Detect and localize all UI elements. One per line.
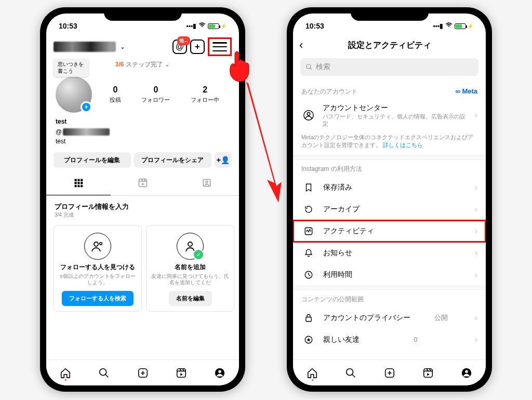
steps-fraction: 3/6 [115,61,124,68]
settings-header: ‹ 設定とアクティビティ [293,34,486,56]
search-icon [345,367,356,379]
onboarding-cards: フォローする人を見つける 5個以上のアカウントをフォローしよう。 フォローする人… [46,220,239,317]
create-button[interactable]: + [190,39,205,54]
tab-profile[interactable] [201,360,239,385]
phone-profile: 10:53 ▪▪▪▮ ⚡ ⌄ @他... + 3/6 ステップ完了 ⌄ [40,7,245,392]
tab-search[interactable] [331,360,370,385]
stat-followers[interactable]: 0フォロワー [141,85,170,104]
person-icon [177,233,204,260]
chevron-down-icon: ⌄ [165,61,170,68]
clock-icon [301,270,316,279]
row-label: アーカイブ [323,205,360,214]
profile-header: ⌄ @他... + [46,34,239,56]
chevron-right-icon: › [475,183,477,192]
row-saved[interactable]: 保存済み › [293,177,486,198]
page-title: 設定とアクティビティ [299,40,480,51]
svg-point-4 [100,243,102,245]
tab-reels-bottom[interactable] [162,360,201,385]
row-notifications[interactable]: お知らせ › [293,242,486,264]
chevron-right-icon: › [475,335,477,344]
chevron-right-icon: › [475,313,477,323]
search-icon [98,367,110,379]
row-account-center[interactable]: アカウントセンター パスワード、セキュリティ、個人の情報、広告表示の設定 › [293,99,486,131]
signal-icon: ▪▪▪▮ [186,22,196,30]
section-label: Instagram の利用方法 [301,165,362,174]
username-obscured[interactable] [54,42,116,52]
row-label: 親しい友達 [323,335,360,344]
stats-row: 思いつきを書こう + 0投稿 0フォロワー 2フォロー中 [46,73,239,116]
tab-grid[interactable] [46,173,111,195]
status-time: 10:53 [59,22,77,30]
archive-icon [301,205,316,214]
pointer-hand-annotation [227,51,254,85]
home-icon [307,367,318,379]
search-placeholder: 検索 [316,62,330,72]
section-visibility: コンテンツの公開範囲 [293,290,486,307]
tab-create[interactable] [370,360,408,385]
svg-point-18 [347,368,353,375]
row-archive[interactable]: アーカイブ › [293,198,486,220]
meta-learn-more-link[interactable]: 詳しくはこちら [383,142,423,148]
discover-people-button[interactable]: +👤 [215,152,232,168]
tab-create[interactable] [123,360,162,385]
svg-point-5 [188,242,192,246]
stat-posts[interactable]: 0投稿 [110,85,121,104]
bell-icon [301,248,316,258]
svg-rect-8 [177,368,185,377]
card-sub: 5個以上のアカウントをフォローしよう。 [58,273,137,287]
tab-reels-bottom[interactable] [409,360,447,385]
battery-icon [208,23,219,29]
chevron-down-icon[interactable]: ⌄ [120,43,125,50]
notch [351,7,429,21]
reels-icon [176,367,187,379]
edit-name-button[interactable]: 名前を編集 [169,291,212,306]
row-label: 保存済み [323,183,352,192]
profile-icon [461,367,472,379]
screen-profile: 10:53 ▪▪▪▮ ⚡ ⌄ @他... + 3/6 ステップ完了 ⌄ [46,14,239,385]
threads-button[interactable]: @他... [172,39,187,54]
row-activity[interactable]: アクティビティ › [293,220,486,242]
tab-search[interactable] [85,360,123,385]
account-icon [301,110,315,121]
bookmark-icon [301,183,316,192]
add-story-icon[interactable]: + [81,101,92,113]
row-label: お知らせ [323,248,352,258]
stats: 0投稿 0フォロワー 2フォロー中 [99,85,230,104]
bio: test @ test [46,116,239,147]
reels-icon [138,178,148,188]
avatar-wrap[interactable]: 思いつきを書こう + [56,76,92,113]
meta-note: Metaのテクノロジー全体のコネクテッドエクスペリエンスおよびアカウント設定を管… [293,131,486,155]
row-privacy[interactable]: アカウントのプライバシー 公開 › [293,307,486,329]
lock-icon [301,313,316,323]
reels-icon [422,367,434,379]
home-notification-dot [312,379,313,381]
chevron-right-icon: › [475,248,477,258]
star-icon [301,335,316,344]
find-people-button[interactable]: フォローする人を検索 [62,291,134,306]
tab-tagged[interactable] [175,173,239,195]
svg-point-6 [100,368,107,375]
avatar-tooltip: 思いつきを書こう [54,59,89,77]
tab-profile[interactable] [447,360,486,385]
tab-home[interactable] [293,360,331,385]
row-label: アカウントのプライバシー [323,313,410,323]
profile-prompt: プロフィール情報を入力 3/4 完成 [46,196,239,220]
row-screentime[interactable]: 利用時間 › [293,264,486,286]
svg-rect-16 [306,317,312,321]
grid-icon [73,178,84,188]
home-icon [60,367,71,379]
tab-home[interactable] [46,360,85,385]
card-add-name: 名前を追加 友達に簡単に見つけてもらう、氏名を追加してくだ 名前を編集 [146,225,234,312]
threads-handle-obscured [63,128,110,136]
chevron-right-icon: › [475,270,477,279]
card-sub: 友達に簡単に見つけてもらう、氏名を追加してくだ [151,273,230,287]
search-input[interactable]: 検索 [300,58,478,76]
share-profile-button[interactable]: プロフィールをシェア [134,152,211,168]
svg-point-10 [218,370,221,373]
section-account: あなたのアカウント ∞ Meta [293,82,486,99]
edit-profile-button[interactable]: プロフィールを編集 [54,152,131,168]
hamburger-icon [212,41,227,52]
tab-reels[interactable] [111,173,175,195]
stat-following[interactable]: 2フォロー中 [191,85,219,104]
row-close-friends[interactable]: 親しい友達 0 › [293,329,486,351]
